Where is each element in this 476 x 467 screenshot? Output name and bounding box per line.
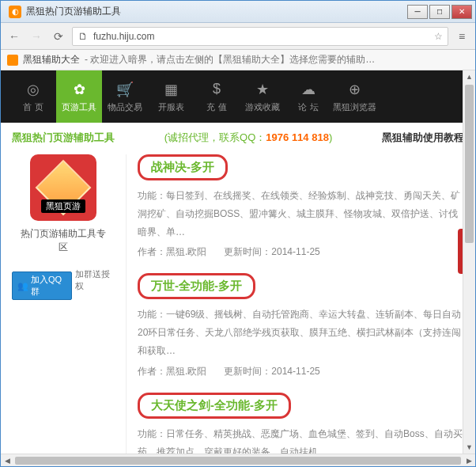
nav-label: 黑狙浏览器 xyxy=(333,101,376,113)
nav-icon: ▦ xyxy=(162,81,179,98)
item-author: 作者：黑狙.欧阳 xyxy=(138,246,206,257)
window-titlebar: ◐ 黑狙热门页游辅助工具 ─ □ ✕ xyxy=(1,1,475,23)
nav-item-5[interactable]: ★游戏收藏 xyxy=(240,70,285,123)
nav-icon: ✿ xyxy=(70,81,88,98)
nav-label: 物品交易 xyxy=(108,101,142,113)
browser-window: ◐ 黑狙热门页游辅助工具 ─ □ ✕ ← → ⟳ 🗋 fuzhu.hiju.co… xyxy=(0,0,476,467)
contact-qq: 1976 114 818 xyxy=(266,131,329,143)
item-desc: 功能：每日签到、在线摇奖、在线领类、经验炼制、战神竞技、勇闯天关、矿洞挖矿、自动… xyxy=(138,187,464,241)
nav-icon: ★ xyxy=(254,81,271,98)
menu-button[interactable]: ≡ xyxy=(453,28,470,45)
sidebar-label: 热门页游辅助工具专区 xyxy=(20,227,107,254)
item-date: 更新时间：2014-11-25 xyxy=(224,366,319,377)
url-text: fuzhu.hiju.com xyxy=(93,31,154,42)
join-qq-button[interactable]: 👥 加入QQ群 xyxy=(12,271,72,300)
tool-item: 战神决-多开功能：每日签到、在线摇奖、在线领类、经验炼制、战神竞技、勇闯天关、矿… xyxy=(138,154,464,259)
sidebar-logo[interactable]: 黑狙页游 xyxy=(30,154,96,221)
nav-label: 页游工具 xyxy=(62,101,96,113)
sidebar: 黑狙页游 热门页游辅助工具专区 👥 加入QQ群 加群送授权 xyxy=(12,154,115,454)
favicon-icon: ◐ xyxy=(9,6,21,18)
scroll-down-arrow[interactable]: ▼ xyxy=(463,441,475,454)
item-desc: 功能：日常任务、精英挑战、恶魔广场、血色城堡、签到、自动Boss、自动买药、推荐… xyxy=(138,425,464,454)
bookmark-label[interactable]: 黑狙辅助大全 xyxy=(23,53,80,66)
nav-icon: $ xyxy=(208,81,225,98)
scroll-thumb[interactable] xyxy=(465,85,474,243)
nav-label: 开服表 xyxy=(158,101,184,113)
item-date: 更新时间：2014-11-25 xyxy=(224,246,319,257)
nav-item-1[interactable]: ✿页游工具 xyxy=(56,70,102,123)
nav-item-6[interactable]: ☁论 坛 xyxy=(285,70,331,123)
nav-item-7[interactable]: ⊕黑狙浏览器 xyxy=(331,70,377,123)
browser-toolbar: ← → ⟳ 🗋 fuzhu.hiju.com ☆ ≡ xyxy=(1,23,475,50)
forward-button[interactable]: → xyxy=(28,28,45,45)
page-icon: 🗋 xyxy=(77,31,89,42)
tool-item: 万世-全功能-多开功能：一键69级、摇钱树、自动托管跑商、幸运大转盘、连斩副本、… xyxy=(138,273,464,378)
scroll-up-arrow[interactable]: ▲ xyxy=(463,70,475,83)
main-area: 黑狙页游 热门页游辅助工具专区 👥 加入QQ群 加群送授权 战神决-多开功能：每… xyxy=(1,150,475,454)
item-meta: 作者：黑狙.欧阳更新时间：2014-11-25 xyxy=(138,365,464,378)
tutorial-link[interactable]: 黑狙辅助使用教程 xyxy=(382,131,464,145)
item-author: 作者：黑狙.欧阳 xyxy=(138,366,206,377)
nav-label: 充 值 xyxy=(206,101,226,113)
vertical-scrollbar[interactable]: ▲ ▼ xyxy=(463,70,475,454)
window-title: 黑狙热门页游辅助工具 xyxy=(26,5,407,18)
hscroll-left-arrow[interactable]: ◀ xyxy=(1,457,13,465)
back-button[interactable]: ← xyxy=(6,28,23,45)
nav-item-4[interactable]: $充 值 xyxy=(194,70,240,123)
bookmark-favicon-icon xyxy=(7,55,18,66)
nav-item-0[interactable]: ◎首 页 xyxy=(10,70,56,123)
contact-text: (诚招代理，联系QQ：1976 114 818) xyxy=(124,131,372,145)
bookmark-star-icon[interactable]: ☆ xyxy=(434,31,443,42)
info-bar: 黑狙热门页游辅助工具 (诚招代理，联系QQ：1976 114 818) 黑狙辅助… xyxy=(1,123,475,150)
nav-label: 论 坛 xyxy=(298,101,318,113)
maximize-button[interactable]: □ xyxy=(429,5,450,19)
qq-auth-text: 加群送授权 xyxy=(75,268,115,292)
nav-label: 游戏收藏 xyxy=(245,101,280,113)
close-button[interactable]: ✕ xyxy=(451,5,472,19)
page-content: ◎首 页✿页游工具🛒物品交易▦开服表$充 值★游戏收藏☁论 坛⊕黑狙浏览器 黑狙… xyxy=(1,70,475,454)
qq-icon: 👥 xyxy=(17,281,28,291)
nav-icon: 🛒 xyxy=(116,81,134,98)
nav-icon: ☁ xyxy=(300,81,317,98)
item-title-link[interactable]: 万世-全功能-多开 xyxy=(138,273,255,299)
top-nav: ◎首 页✿页游工具🛒物品交易▦开服表$充 值★游戏收藏☁论 坛⊕黑狙浏览器 xyxy=(1,70,475,123)
nav-item-3[interactable]: ▦开服表 xyxy=(148,70,194,123)
hscroll-right-arrow[interactable]: ▶ xyxy=(463,457,475,465)
nav-icon: ◎ xyxy=(25,81,42,98)
item-meta: 作者：黑狙.欧阳更新时间：2014-11-25 xyxy=(138,245,464,259)
brand-text: 黑狙热门页游辅助工具 xyxy=(12,131,115,145)
tool-list: 战神决-多开功能：每日签到、在线摇奖、在线领类、经验炼制、战神竞技、勇闯天关、矿… xyxy=(126,154,464,454)
minimize-button[interactable]: ─ xyxy=(407,5,428,19)
address-bar[interactable]: 🗋 fuzhu.hiju.com ☆ xyxy=(72,27,448,46)
tool-item: 大天使之剑-全功能-多开功能：日常任务、精英挑战、恶魔广场、血色城堡、签到、自动… xyxy=(138,393,464,454)
item-desc: 功能：一键69级、摇钱树、自动托管跑商、幸运大转盘、连斩副本、每日自动20环日常… xyxy=(138,306,464,359)
bookmark-bar: 黑狙辅助大全 - 欢迎进入暗界，请点击左侧的【黑狙辅助大全】选择您需要的辅助… xyxy=(1,50,475,70)
item-title-link[interactable]: 战神决-多开 xyxy=(138,154,228,180)
nav-item-2[interactable]: 🛒物品交易 xyxy=(102,70,148,123)
hscroll-thumb[interactable] xyxy=(15,457,461,465)
sidebar-logo-text: 黑狙页游 xyxy=(41,199,85,213)
horizontal-scrollbar[interactable]: ◀ ▶ xyxy=(1,454,475,466)
nav-icon: ⊕ xyxy=(346,81,363,98)
nav-label: 首 页 xyxy=(23,101,43,113)
bookmark-welcome-text: - 欢迎进入暗界，请点击左侧的【黑狙辅助大全】选择您需要的辅助… xyxy=(85,53,375,66)
reload-button[interactable]: ⟳ xyxy=(50,28,67,45)
item-title-link[interactable]: 大天使之剑-全功能-多开 xyxy=(138,393,291,419)
